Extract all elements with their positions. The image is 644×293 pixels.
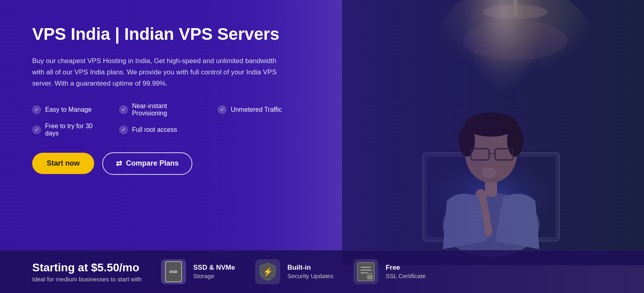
cta-buttons: Start now ⇄ Compare Plans [32,152,282,175]
ssl-title: Free [386,263,426,272]
check-icon-root-access: ✓ [119,125,128,134]
svg-rect-24 [367,275,373,279]
ssl-subtitle: SSL Certificate [386,272,426,280]
feature-free-try: ✓ Free to try for 30 days [32,123,99,137]
bottom-feature-ssd: SSD SSD & NVMe Storage [161,259,235,284]
ssl-feature-text: Free SSL Certificate [386,263,426,280]
feature-label-free-try: Free to try for 30 days [45,123,99,137]
check-icon-near-instant: ✓ [119,105,128,114]
bottom-feature-security: ⚡ Built-in Security Updates [255,259,333,284]
security-feature-text: Built-in Security Updates [287,263,333,280]
security-subtitle: Security Updates [287,272,333,280]
bottom-pricing: Starting at $5.50/mo Ideal for medium bu… [32,261,161,283]
hero-description: Buy our cheapest VPS Hosting in India, G… [32,55,282,89]
security-shield-icon: ⚡ [255,259,280,284]
check-icon-free-try: ✓ [32,125,41,134]
check-icon-unmetered: ✓ [218,105,227,114]
ssd-feature-text: SSD & NVMe Storage [193,263,235,280]
features-list: ✓ Easy to Manage ✓ Near-instant Provisio… [32,102,282,137]
feature-label-easy-manage: Easy to Manage [45,106,92,113]
price-subtitle: Ideal for medium businesses to start wit… [32,276,161,283]
feature-near-instant: ✓ Near-instant Provisioning [119,102,198,117]
bottom-feature-ssl: Free SSL Certificate [353,259,426,284]
feature-root-access: ✓ Full root access [119,123,198,137]
bottom-bar: Starting at $5.50/mo Ideal for medium bu… [0,250,644,293]
check-icon-easy-manage: ✓ [32,105,41,114]
ssd-subtitle: Storage [193,272,235,280]
ssd-title: SSD & NVMe [193,263,235,272]
feature-unmetered: ✓ Unmetered Traffic [218,102,282,117]
start-now-button[interactable]: Start now [32,153,94,174]
ssd-storage-icon: SSD [161,259,186,284]
bottom-features-list: SSD SSD & NVMe Storage ⚡ Built-in Sec [161,259,612,284]
feature-label-root-access: Full root access [132,126,177,133]
hero-title: VPS India | Indian VPS Servers [32,24,282,44]
compare-plans-label: Compare Plans [126,159,179,168]
security-title: Built-in [287,263,333,272]
starting-price: Starting at $5.50/mo [32,261,161,274]
hero-section: VPS India | Indian VPS Servers Buy our c… [0,0,644,293]
hero-content: VPS India | Indian VPS Servers Buy our c… [0,0,282,250]
feature-label-near-instant: Near-instant Provisioning [132,102,198,117]
ssl-certificate-icon [353,259,378,284]
compare-arrows-icon: ⇄ [116,159,122,168]
ssd-icon-label: SSD [165,261,182,282]
compare-plans-button[interactable]: ⇄ Compare Plans [102,152,192,175]
feature-label-unmetered: Unmetered Traffic [231,106,282,113]
svg-text:⚡: ⚡ [262,267,272,277]
feature-easy-manage: ✓ Easy to Manage [32,102,99,117]
